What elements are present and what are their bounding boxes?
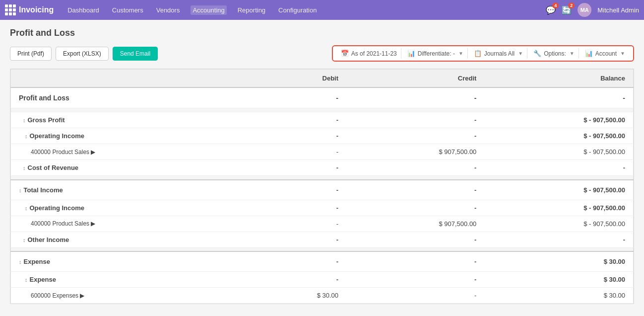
row-debit: - <box>250 144 346 160</box>
options-icon: 🔧 <box>533 50 541 57</box>
filter-bar: 📅 As of 2021-11-23 📊 Differentiate: - ▼ … <box>332 45 634 62</box>
export-button[interactable]: Export (XLSX) <box>56 47 109 61</box>
row-debit: - <box>250 232 346 247</box>
table-level1-row: ↕Gross Profit - - $ - 907,500.00 <box>11 112 634 128</box>
row-balance: $ - 907,500.00 <box>484 216 633 232</box>
calendar-icon: 📅 <box>341 50 349 57</box>
row-label: ↕Gross Profit <box>11 112 250 128</box>
col-debit: Debit <box>250 70 346 88</box>
account-filter[interactable]: 📊 Account ▼ <box>581 48 629 59</box>
row-credit: - <box>346 160 484 176</box>
row-label: ↕Total Income <box>11 180 250 200</box>
chat-icon-button[interactable]: 💬 4 <box>546 5 556 15</box>
row-debit: - <box>250 128 346 144</box>
options-filter[interactable]: 🔧 Options: ▼ <box>529 48 579 59</box>
app-title: Invoicing <box>19 5 54 14</box>
date-filter-label: As of 2021-11-23 <box>351 50 397 57</box>
nav-accounting[interactable]: Accounting <box>191 5 226 15</box>
row-label: ↕Operating Income <box>11 128 250 144</box>
avatar[interactable]: MA <box>578 3 591 17</box>
main-menu: Dashboard Customers Vendors Accounting R… <box>65 5 546 15</box>
differentiate-caret: ▼ <box>458 51 463 56</box>
nav-vendors[interactable]: Vendors <box>154 5 182 15</box>
table-row[interactable]: 400000 Product Sales ▶ - $ 907,500.00 $ … <box>11 144 634 160</box>
row-debit: - <box>250 216 346 232</box>
journals-filter[interactable]: 📋 Journals All ▼ <box>470 48 527 59</box>
options-caret: ▼ <box>570 51 575 56</box>
account-icon: 📊 <box>585 50 593 57</box>
row-debit: - <box>250 180 346 200</box>
table-subtotal-row: ↕Total Income - - $ - 907,500.00 <box>11 180 634 200</box>
journals-label: Journals All <box>484 50 515 57</box>
row-debit: - <box>250 87 346 108</box>
row-debit: - <box>250 160 346 176</box>
send-email-button[interactable]: Send Email <box>113 47 158 61</box>
table-row[interactable]: 400000 Product Sales ▶ - $ 907,500.00 $ … <box>11 216 634 232</box>
table-level1-row: ↕Other Income - - - <box>11 232 634 247</box>
nav-reporting[interactable]: Reporting <box>236 5 267 15</box>
row-label: ↕Expense <box>11 272 250 288</box>
row-debit: $ 30.00 <box>250 288 346 304</box>
journals-caret: ▼ <box>518 51 523 56</box>
table-level1-row: ↕Cost of Revenue - - - <box>11 160 634 176</box>
top-right-actions: 💬 4 🔄 2 MA Mitchell Admin <box>546 3 639 17</box>
user-name[interactable]: Mitchell Admin <box>597 6 639 14</box>
table-spacer-row <box>11 176 634 180</box>
row-balance: $ - 907,500.00 <box>484 144 633 160</box>
chart-icon: 📊 <box>407 50 415 57</box>
row-label: ↕Operating Income <box>11 200 250 216</box>
row-label: 400000 Product Sales ▶ <box>11 216 250 232</box>
toolbar: Print (Pdf) Export (XLSX) Send Email 📅 A… <box>10 45 634 62</box>
row-balance: $ 30.00 <box>484 272 633 288</box>
page-content: Profit and Loss Print (Pdf) Export (XLSX… <box>0 20 644 312</box>
activity-badge: 2 <box>568 2 575 8</box>
col-credit: Credit <box>346 70 484 88</box>
row-credit: - <box>346 87 484 108</box>
differentiate-filter[interactable]: 📊 Differentiate: - ▼ <box>403 48 468 59</box>
page-title: Profit and Loss <box>10 28 634 38</box>
row-balance: $ - 907,500.00 <box>484 128 633 144</box>
table-spacer-row <box>11 247 634 251</box>
row-balance: $ - 907,500.00 <box>484 180 633 200</box>
account-caret: ▼ <box>620 51 625 56</box>
row-balance: $ - 907,500.00 <box>484 112 633 128</box>
row-debit: - <box>250 251 346 272</box>
table-header-row: Debit Credit Balance <box>11 70 634 88</box>
report-table: Debit Credit Balance Profit and Loss - -… <box>10 69 634 304</box>
row-debit: - <box>250 272 346 288</box>
row-balance: - <box>484 232 633 247</box>
report-table-wrapper[interactable]: Debit Credit Balance Profit and Loss - -… <box>10 69 634 304</box>
differentiate-label: Differentiate: - <box>418 50 455 57</box>
table-row[interactable]: 600000 Expenses ▶ $ 30.00 - $ 30.00 <box>11 288 634 304</box>
app-grid-menu[interactable] <box>5 4 16 15</box>
date-filter[interactable]: 📅 As of 2021-11-23 <box>337 48 401 59</box>
row-credit: - <box>346 288 484 304</box>
table-level1sub-row: ↕Operating Income - - $ - 907,500.00 <box>11 128 634 144</box>
row-label: 400000 Product Sales ▶ <box>11 144 250 160</box>
row-debit: - <box>250 200 346 216</box>
nav-configuration[interactable]: Configuration <box>276 5 319 15</box>
chat-badge: 4 <box>552 2 559 8</box>
print-button[interactable]: Print (Pdf) <box>10 47 52 61</box>
row-credit: $ 907,500.00 <box>346 216 484 232</box>
nav-customers[interactable]: Customers <box>110 5 145 15</box>
row-balance: $ - 907,500.00 <box>484 200 633 216</box>
row-credit: - <box>346 180 484 200</box>
col-balance: Balance <box>484 70 633 88</box>
row-label: 600000 Expenses ▶ <box>11 288 250 304</box>
row-balance: - <box>484 160 633 176</box>
col-name <box>11 70 250 88</box>
row-label: Profit and Loss <box>11 87 250 108</box>
table-subtotal-row: ↕Expense - - $ 30.00 <box>11 251 634 272</box>
row-credit: - <box>346 112 484 128</box>
row-balance: - <box>484 87 633 108</box>
options-label: Options: <box>544 50 566 57</box>
toolbar-left: Print (Pdf) Export (XLSX) Send Email <box>10 47 158 61</box>
nav-dashboard[interactable]: Dashboard <box>65 5 101 15</box>
table-level1sub-row: ↕Operating Income - - $ - 907,500.00 <box>11 200 634 216</box>
row-credit: $ 907,500.00 <box>346 144 484 160</box>
row-credit: - <box>346 272 484 288</box>
activity-icon-button[interactable]: 🔄 2 <box>562 5 572 15</box>
row-balance: $ 30.00 <box>484 288 633 304</box>
row-credit: - <box>346 232 484 247</box>
